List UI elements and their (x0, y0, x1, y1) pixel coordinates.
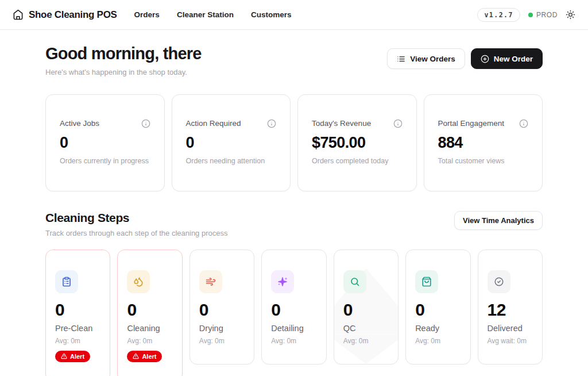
step-name: Detailing (271, 324, 316, 333)
main-nav: Orders Cleaner Station Customers (134, 10, 292, 19)
alert-triangle-icon (133, 353, 139, 359)
theme-toggle-button[interactable] (566, 10, 575, 20)
nav-item-customers[interactable]: Customers (251, 10, 292, 19)
stat-description: Orders currently in progress (60, 157, 150, 165)
view-time-analytics-label: View Time Analytics (463, 216, 534, 225)
dashboard: Good morning, there Here's what's happen… (45, 30, 543, 376)
check-circle-icon (488, 270, 510, 293)
cleaning-steps-grid: 0 Pre-Clean Avg: 0m Alert 0 Cleaning A (45, 250, 543, 376)
step-count: 12 (488, 300, 533, 320)
step-count: 0 (55, 300, 100, 320)
alert-triangle-icon (61, 353, 67, 359)
nav-item-orders[interactable]: Orders (134, 10, 160, 19)
droplets-icon (127, 270, 150, 293)
step-count: 0 (199, 300, 245, 320)
step-count: 0 (415, 300, 461, 320)
step-avg-time: Avg: 0m (343, 337, 389, 345)
step-avg-time: Avg: 0m (55, 337, 100, 345)
alert-badge: Alert (55, 351, 90, 362)
step-card-drying[interactable]: 0 Drying Avg: 0m (189, 250, 254, 365)
step-card-cleaning[interactable]: 0 Cleaning Avg: 0m Alert (117, 250, 182, 376)
stat-card-active-jobs: Active Jobs 0 Orders currently in progre… (45, 94, 165, 191)
step-count: 0 (127, 300, 172, 320)
clipboard-icon (55, 270, 78, 293)
view-orders-button[interactable]: View Orders (387, 48, 465, 69)
stat-card-portal-engagement: Portal Engagement 884 Total customer vie… (424, 94, 543, 191)
search-icon (343, 270, 366, 293)
step-count: 0 (271, 300, 316, 320)
stat-value: 0 (60, 134, 150, 152)
step-avg-time: Avg: 0m (127, 337, 172, 345)
step-avg-time: Avg wait: 0m (488, 337, 533, 345)
view-orders-label: View Orders (410, 55, 455, 63)
info-icon[interactable] (141, 119, 150, 128)
step-card-delivered[interactable]: 12 Delivered Avg wait: 0m (478, 250, 543, 365)
prod-status-dot (528, 13, 533, 17)
brand[interactable]: Shoe Cleaning POS (13, 9, 117, 21)
step-name: Pre-Clean (55, 324, 100, 333)
step-card-ready[interactable]: 0 Ready Avg: 0m (405, 250, 470, 365)
app-title: Shoe Cleaning POS (29, 9, 117, 21)
step-card-detailing[interactable]: 0 Detailing Avg: 0m (261, 250, 326, 365)
version-badge: v1.2.7 (477, 8, 520, 22)
new-order-button[interactable]: New Order (471, 48, 543, 69)
alert-label: Alert (70, 353, 84, 360)
section-title: Cleaning Steps (45, 211, 227, 225)
step-card-pre-clean[interactable]: 0 Pre-Clean Avg: 0m Alert (45, 250, 110, 376)
step-count: 0 (343, 300, 389, 320)
stat-description: Total customer views (438, 157, 529, 165)
sun-icon (566, 10, 575, 20)
page-title: Good morning, there (45, 45, 202, 63)
new-order-label: New Order (494, 55, 533, 63)
stats-grid: Active Jobs 0 Orders currently in progre… (45, 94, 543, 191)
stat-description: Orders completed today (312, 157, 403, 165)
stat-value: 0 (186, 134, 277, 152)
view-time-analytics-button[interactable]: View Time Analytics (454, 211, 543, 230)
stat-label: Action Required (186, 119, 241, 128)
list-icon (397, 55, 405, 63)
stat-label: Today's Revenue (312, 119, 371, 128)
step-avg-time: Avg: 0m (271, 337, 316, 345)
wind-icon (199, 270, 222, 293)
environment-indicator: PROD (528, 11, 558, 19)
info-icon[interactable] (267, 119, 276, 128)
step-card-qc[interactable]: 0 QC Avg: 0m (334, 250, 399, 365)
step-name: Ready (415, 324, 461, 333)
step-avg-time: Avg: 0m (415, 337, 461, 345)
alert-label: Alert (142, 353, 156, 360)
home-icon (13, 9, 24, 20)
sparkles-icon (271, 270, 294, 293)
stat-card-action-required: Action Required 0 Orders needing attenti… (172, 94, 291, 191)
stat-description: Orders needing attention (186, 157, 277, 165)
info-icon[interactable] (393, 119, 403, 128)
stat-label: Active Jobs (60, 119, 99, 128)
shopping-bag-icon (415, 270, 438, 293)
step-name: Delivered (488, 324, 533, 333)
stat-card-todays-revenue: Today's Revenue $750.00 Orders completed… (297, 94, 417, 191)
nav-item-cleaner-station[interactable]: Cleaner Station (177, 10, 234, 19)
step-name: QC (343, 324, 389, 333)
step-avg-time: Avg: 0m (199, 337, 245, 345)
page-subtitle: Here's what's happening in the shop toda… (45, 68, 202, 76)
env-label: PROD (536, 11, 558, 19)
stat-label: Portal Engagement (438, 119, 505, 128)
section-subtitle: Track orders through each step of the cl… (45, 229, 227, 237)
step-name: Cleaning (127, 324, 172, 333)
stat-value: $750.00 (312, 134, 403, 152)
top-navigation-bar: Shoe Cleaning POS Orders Cleaner Station… (0, 0, 588, 30)
circle-plus-icon (481, 55, 489, 63)
alert-badge: Alert (127, 351, 162, 362)
stat-value: 884 (438, 134, 529, 152)
step-name: Drying (199, 324, 245, 333)
info-icon[interactable] (519, 119, 528, 128)
